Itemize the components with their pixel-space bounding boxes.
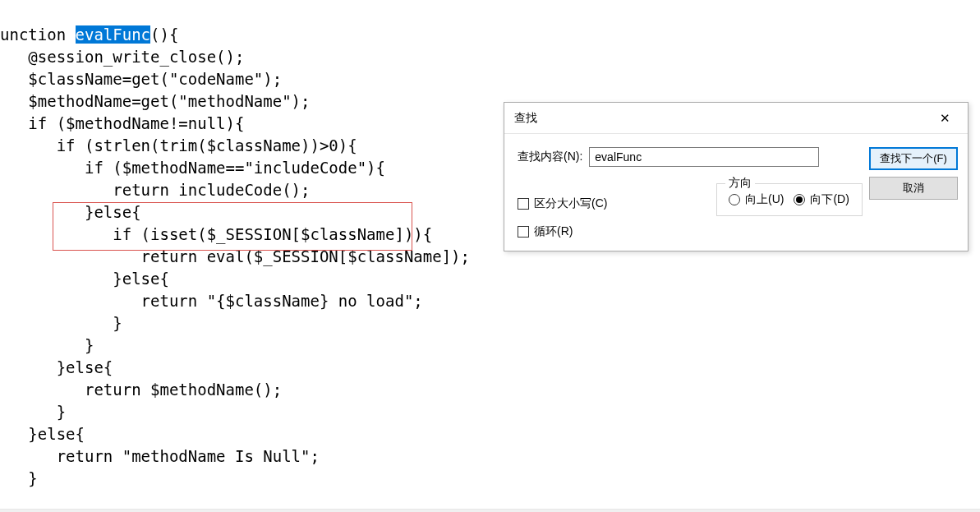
search-input[interactable] [589,147,819,167]
code-line: @session_write_close(); [0,48,244,66]
code-line: } [0,403,66,421]
code-line: return eval($_SESSION[$className]); [0,247,470,265]
radio-label: 向下(D) [810,192,849,207]
dialog-titlebar[interactable]: 查找 ✕ [504,103,968,134]
cancel-button[interactable]: 取消 [869,177,958,200]
code-line: $methodName=get("methodName"); [0,92,311,110]
close-icon: ✕ [940,111,950,126]
find-dialog: 查找 ✕ 查找内容(N): 区分大小写(C) 循环(R) 方向 [504,102,968,251]
direction-down-radio[interactable]: 向下(D) [794,192,849,207]
dialog-title: 查找 [514,111,537,126]
direction-group: 方向 向上(U) 向下(D) [716,183,863,216]
code-line: unction evalFunc(){ [0,25,178,44]
code-line: return includeCode(); [0,181,311,199]
code-line: }else{ [0,203,141,221]
button-label: 查找下一个(F) [880,151,947,166]
code-line: if (strlen(trim($className))>0){ [0,136,357,155]
radio-icon [794,194,805,205]
checkbox-icon [518,198,529,210]
code-line: if ($methodName!=null){ [0,114,244,132]
code-line: return $methodName(); [0,381,282,399]
checkbox-icon [518,226,529,238]
code-line: } [0,469,38,487]
code-line: $className=get("codeName"); [0,70,282,88]
radio-label: 向上(U) [745,192,784,207]
search-label: 查找内容(N): [518,150,582,164]
code-line: } [0,314,122,332]
dialog-body: 查找内容(N): 区分大小写(C) 循环(R) 方向 向上(U) [504,134,968,251]
radio-icon [729,194,740,205]
code-line: if ($methodName=="includeCode"){ [0,159,385,177]
code-line: return "methodName Is Null"; [0,447,320,465]
direction-up-radio[interactable]: 向上(U) [729,192,784,207]
code-line: }else{ [0,358,113,376]
code-line: return "{$className} no load"; [0,292,423,310]
selected-text: evalFunc [76,25,151,44]
find-next-button[interactable]: 查找下一个(F) [869,147,958,170]
code-line: } [0,336,94,354]
button-label: 取消 [903,181,924,196]
status-bar [0,509,980,512]
close-button[interactable]: ✕ [927,106,963,131]
direction-legend: 方向 [725,176,755,191]
code-line: }else{ [0,270,169,288]
code-line: if (isset($_SESSION[$className])){ [0,225,432,243]
code-line: }else{ [0,425,85,443]
checkbox-label: 循环(R) [534,224,573,239]
wrap-checkbox[interactable]: 循环(R) [518,224,859,239]
code-editor[interactable]: unction evalFunc(){ @session_write_close… [0,0,980,512]
checkbox-label: 区分大小写(C) [534,196,607,211]
